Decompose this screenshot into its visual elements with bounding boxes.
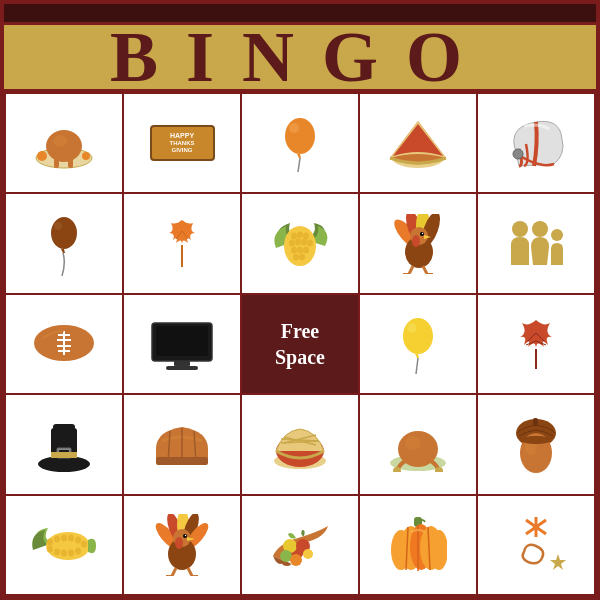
svg-point-28 <box>297 246 303 253</box>
svg-line-10 <box>298 158 300 172</box>
svg-marker-61 <box>415 354 419 358</box>
pumpkin-icon <box>389 514 447 576</box>
svg-line-117 <box>172 568 176 576</box>
full-pie-icon <box>269 417 331 472</box>
cell-r4c0[interactable] <box>6 496 124 596</box>
svg-point-47 <box>532 221 548 237</box>
svg-marker-140 <box>550 554 566 570</box>
svg-point-46 <box>512 221 528 237</box>
cell-r4c3[interactable] <box>360 496 478 596</box>
svg-point-21 <box>297 231 303 238</box>
brown-balloon-icon <box>44 211 84 276</box>
orange-balloon-icon <box>280 114 320 172</box>
svg-rect-56 <box>156 326 208 356</box>
cell-r3c4[interactable] <box>478 395 596 495</box>
svg-rect-72 <box>51 452 77 458</box>
cell-r1c0[interactable] <box>6 194 124 294</box>
cell-r1c1[interactable] <box>124 194 242 294</box>
cell-r0c3[interactable] <box>360 94 478 194</box>
red-leaf-icon <box>506 315 566 373</box>
svg-point-4 <box>37 151 47 161</box>
svg-point-139 <box>533 524 539 530</box>
cell-r0c4[interactable] <box>478 94 596 194</box>
television-icon <box>148 318 216 370</box>
svg-point-93 <box>520 436 552 444</box>
svg-point-113 <box>175 537 183 549</box>
cell-r3c2[interactable] <box>242 395 360 495</box>
turkey-cartoon-icon <box>387 214 449 274</box>
cell-r0c0[interactable] <box>6 94 124 194</box>
cell-r1c4[interactable] <box>478 194 596 294</box>
svg-marker-15 <box>61 249 65 253</box>
svg-point-88 <box>405 436 421 450</box>
svg-point-30 <box>293 253 299 260</box>
svg-point-102 <box>54 548 60 555</box>
svg-point-1 <box>46 130 82 162</box>
bingo-title: BINGO <box>110 21 490 93</box>
svg-line-42 <box>409 266 413 274</box>
svg-rect-92 <box>533 418 538 426</box>
cell-r3c1[interactable] <box>124 395 242 495</box>
cell-r1c3[interactable] <box>360 194 478 294</box>
pie-slice-icon <box>388 116 448 171</box>
svg-point-60 <box>407 323 417 333</box>
cell-r4c4[interactable] <box>478 496 596 596</box>
cell-r0c1[interactable]: HAPPY THANKS GIVING <box>124 94 242 194</box>
cell-r3c3[interactable] <box>360 395 478 495</box>
family-icon <box>505 215 567 273</box>
cell-r2c4[interactable] <box>478 295 596 395</box>
svg-point-8 <box>289 123 299 133</box>
cornucopia-icon <box>268 516 333 574</box>
cell-r0c2[interactable] <box>242 94 360 194</box>
svg-point-5 <box>82 152 90 160</box>
cell-r3c0[interactable] <box>6 395 124 495</box>
football-helmet-icon <box>504 114 569 172</box>
svg-rect-58 <box>166 366 198 370</box>
thanksgiving-sign: HAPPY THANKS GIVING <box>150 125 215 161</box>
svg-point-25 <box>301 238 307 245</box>
svg-point-97 <box>61 534 67 541</box>
svg-point-101 <box>47 545 53 552</box>
svg-point-98 <box>68 534 74 541</box>
svg-point-99 <box>75 536 81 543</box>
svg-point-29 <box>303 246 309 253</box>
svg-point-105 <box>75 547 81 554</box>
svg-point-41 <box>422 232 423 233</box>
cell-r4c1[interactable] <box>124 496 242 596</box>
orange-leaf-icon <box>153 215 211 273</box>
cell-r2c0[interactable] <box>6 295 124 395</box>
svg-line-62 <box>416 358 418 374</box>
svg-point-7 <box>285 118 315 154</box>
svg-rect-3 <box>68 158 73 168</box>
turkey-dish-icon <box>30 116 98 171</box>
cell-r2c3[interactable] <box>360 295 478 395</box>
cell-free-space: Free Space <box>242 295 360 395</box>
svg-marker-9 <box>297 154 301 158</box>
svg-point-22 <box>303 232 309 239</box>
corn-icon <box>268 218 333 270</box>
cell-r2c1[interactable] <box>124 295 242 395</box>
svg-point-13 <box>51 217 77 249</box>
svg-point-96 <box>54 535 60 542</box>
svg-point-48 <box>551 229 563 241</box>
svg-point-6 <box>53 135 67 147</box>
svg-point-27 <box>291 246 297 253</box>
svg-point-31 <box>299 253 305 260</box>
corn-cob-icon <box>30 520 98 570</box>
turkey2-icon <box>151 514 213 576</box>
svg-point-38 <box>412 235 420 247</box>
svg-point-100 <box>81 540 87 547</box>
svg-point-103 <box>61 549 67 556</box>
svg-point-24 <box>295 238 301 245</box>
yellow-balloon-icon <box>397 314 439 374</box>
svg-point-104 <box>68 549 74 556</box>
svg-point-14 <box>54 222 62 230</box>
svg-rect-73 <box>53 424 75 430</box>
svg-point-26 <box>307 239 313 246</box>
svg-point-126 <box>303 549 313 559</box>
pilgrim-hat-icon <box>35 414 93 474</box>
cell-r1c2[interactable] <box>242 194 360 294</box>
svg-rect-2 <box>54 158 59 168</box>
cell-r4c2[interactable] <box>242 496 360 596</box>
svg-point-20 <box>291 232 297 239</box>
